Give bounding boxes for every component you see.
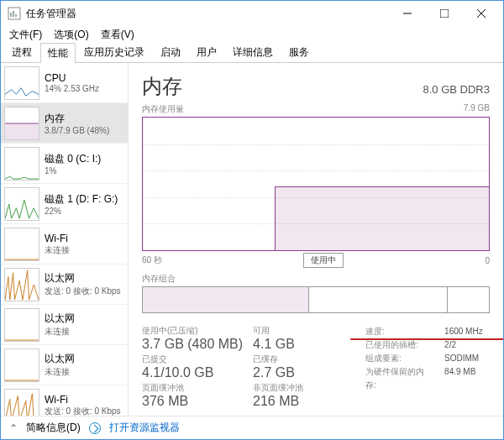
usage-chart-max: 7.9 GB <box>464 103 490 115</box>
sidebar-item-label: 内存 <box>45 112 109 126</box>
net-sparkline-icon <box>4 348 39 382</box>
speed-value: 1600 MHz <box>444 325 483 338</box>
used-label: 使用中(已压缩) <box>142 325 243 337</box>
footer: ⌃ 简略信息(D) 打开资源监视器 <box>1 416 503 439</box>
sidebar-item-sub: 14% 2.53 GHz <box>45 84 99 93</box>
sidebar-item-cpu[interactable]: CPU14% 2.53 GHz <box>1 63 128 103</box>
main-panel: 内存 8.0 GB DDR3 内存使用量 7.9 GB 60 秒 使用中 0 内… <box>129 63 503 416</box>
net-sparkline-icon <box>4 389 39 416</box>
sidebar-item-sub: 未连接 <box>45 244 70 256</box>
paged-label: 页面缓冲池 <box>142 382 243 394</box>
sidebar-item-label: CPU <box>45 72 99 84</box>
memory-usage-chart[interactable] <box>142 117 490 251</box>
usage-chart-label: 内存使用量 <box>142 103 184 115</box>
form-value: SODIMM <box>444 352 479 365</box>
sidebar-item-label: 以太网 <box>45 271 121 285</box>
x-axis-right: 0 <box>485 256 490 265</box>
titlebar: 任务管理器 <box>1 1 503 26</box>
svg-rect-5 <box>440 9 449 18</box>
paged-value: 376 MB <box>142 394 243 409</box>
tab-details[interactable]: 详细信息 <box>225 42 281 62</box>
composition-label: 内存组合 <box>142 273 490 285</box>
nonpaged-value: 216 MB <box>253 394 354 409</box>
commit-label: 已提交 <box>142 354 243 365</box>
open-resource-monitor-link[interactable]: 打开资源监视器 <box>109 421 180 435</box>
slots-value: 2/2 <box>444 338 456 352</box>
x-axis-left: 60 秒 <box>142 254 162 266</box>
sidebar-item-sub: 未连接 <box>45 326 75 338</box>
sidebar-item-sub: 发送: 0 接收: 0 Kbps <box>45 406 121 416</box>
form-label: 组成要素: <box>365 352 434 365</box>
svg-rect-1 <box>10 13 12 17</box>
sidebar-item-sub: 未连接 <box>45 366 75 378</box>
sidebar-item-wifi-2[interactable]: Wi-Fi发送: 0 接收: 0 Kbps <box>1 385 128 416</box>
sidebar-item-label: 以太网 <box>45 352 75 366</box>
sidebar-item-ethernet-1[interactable]: 以太网发送: 0 接收: 0 Kbps <box>1 265 128 305</box>
sidebar-item-disk0[interactable]: 磁盘 0 (C: I:)1% <box>1 144 128 184</box>
usage-tag: 使用中 <box>303 253 344 268</box>
disk-sparkline-icon <box>4 187 39 221</box>
avail-label: 可用 <box>253 325 354 337</box>
sidebar-item-ethernet-3[interactable]: 以太网未连接 <box>1 345 128 385</box>
sidebar-item-sub: 发送: 0 接收: 0 Kbps <box>45 285 121 297</box>
net-sparkline-icon <box>4 268 39 301</box>
tab-performance[interactable]: 性能 <box>40 43 76 63</box>
tab-users[interactable]: 用户 <box>189 42 224 62</box>
sidebar-item-wifi-1[interactable]: Wi-Fi未连接 <box>1 224 128 265</box>
tabbar: 进程 性能 应用历史记录 启动 用户 详细信息 服务 <box>1 43 503 63</box>
app-icon <box>8 7 21 20</box>
sidebar-item-sub: 22% <box>45 207 118 216</box>
tab-startup[interactable]: 启动 <box>153 42 188 62</box>
tab-services[interactable]: 服务 <box>281 42 317 62</box>
nonpaged-label: 非页面缓冲池 <box>253 382 354 394</box>
menu-file[interactable]: 文件(F) <box>4 26 47 44</box>
menu-options[interactable]: 选项(O) <box>49 26 93 44</box>
disk-sparkline-icon <box>4 147 39 181</box>
sidebar-item-label: 以太网 <box>45 312 75 326</box>
svg-rect-2 <box>13 11 14 17</box>
used-value: 3.7 GB (480 MB) <box>142 337 243 352</box>
maximize-button[interactable] <box>426 1 463 26</box>
window-title: 任务管理器 <box>26 7 389 21</box>
sidebar-item-memory[interactable]: 内存3.8/7.9 GB (48%) <box>1 103 128 144</box>
brief-info-button[interactable]: 简略信息(D) <box>26 421 81 435</box>
cached-value: 2.7 GB <box>253 365 354 380</box>
minimize-button[interactable] <box>389 1 426 26</box>
net-sparkline-icon <box>4 228 39 261</box>
sidebar-item-label: Wi-Fi <box>45 394 121 406</box>
sidebar-item-sub: 3.8/7.9 GB (48%) <box>45 126 109 135</box>
page-title: 内存 <box>142 73 182 100</box>
menu-view[interactable]: 查看(V) <box>96 26 139 44</box>
tab-processes[interactable]: 进程 <box>4 42 39 62</box>
memory-sparkline-icon <box>4 107 39 140</box>
stats-block: 使用中(已压缩) 3.7 GB (480 MB) 可用 4.1 GB 已提交 4… <box>142 325 490 409</box>
resource-monitor-icon <box>89 422 101 434</box>
hw-reserved-value: 84.9 MB <box>444 365 475 392</box>
hw-reserved-label: 为硬件保留的内存: <box>365 365 434 392</box>
content: CPU14% 2.53 GHz 内存3.8/7.9 GB (48%) 磁盘 0 … <box>1 63 503 416</box>
cached-label: 已缓存 <box>253 354 354 365</box>
net-sparkline-icon <box>4 308 39 342</box>
menubar: 文件(F) 选项(O) 查看(V) <box>1 26 503 43</box>
memory-spec: 8.0 GB DDR3 <box>423 83 490 96</box>
chevron-up-icon[interactable]: ⌃ <box>9 422 18 434</box>
avail-value: 4.1 GB <box>253 337 354 352</box>
tab-app-history[interactable]: 应用历史记录 <box>76 42 152 62</box>
commit-value: 4.1/10.0 GB <box>142 365 243 380</box>
sidebar: CPU14% 2.53 GHz 内存3.8/7.9 GB (48%) 磁盘 0 … <box>1 63 129 416</box>
sidebar-item-sub: 1% <box>45 166 101 175</box>
sidebar-item-label: 磁盘 0 (C: I:) <box>45 152 101 166</box>
svg-rect-3 <box>15 14 17 17</box>
speed-label: 速度: <box>365 325 434 338</box>
svg-rect-8 <box>5 123 39 139</box>
sidebar-item-ethernet-2[interactable]: 以太网未连接 <box>1 305 128 345</box>
sidebar-item-label: Wi-Fi <box>45 233 70 244</box>
memory-composition-bar[interactable] <box>142 286 490 313</box>
slots-label: 已使用的插槽: <box>365 338 434 352</box>
sidebar-item-label: 磁盘 1 (D: F: G:) <box>45 192 118 207</box>
cpu-sparkline-icon <box>4 66 39 100</box>
sidebar-item-disk1[interactable]: 磁盘 1 (D: F: G:)22% <box>1 184 128 224</box>
close-button[interactable] <box>463 1 500 26</box>
